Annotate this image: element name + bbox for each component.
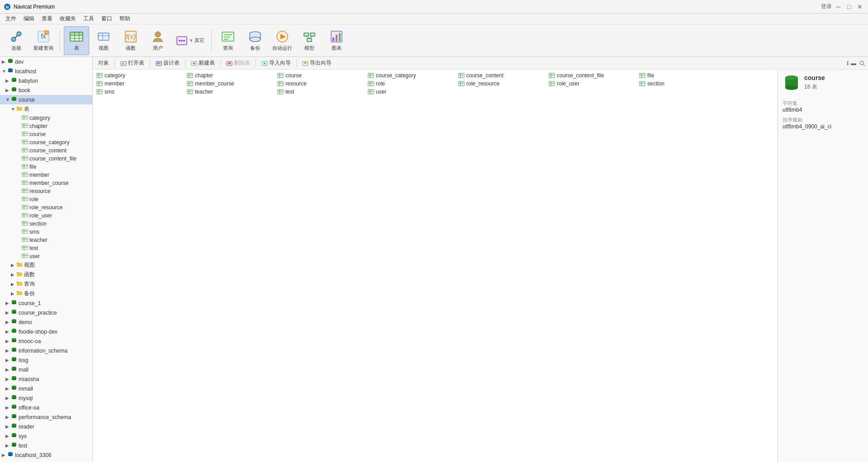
sidebar-item-backup-folder[interactable]: ▶ 备份 [0,289,92,298]
sidebar-item-perf-schema[interactable]: ▶ performance_schema [0,412,92,422]
table-entry-chapter[interactable]: chapter [185,71,275,80]
sidebar-table-member[interactable]: member [0,171,92,179]
sidebar-table-resource[interactable]: resource [0,187,92,195]
sidebar-item-lssg[interactable]: ▶ lssg [0,355,92,365]
toolbar-other[interactable]: ▼ 其它 [172,26,208,55]
sidebar-table-course-content[interactable]: course_content [0,146,92,155]
table-entry-role[interactable]: role [366,80,456,88]
sidebar-item-information-schema[interactable]: ▶ information_schema [0,346,92,355]
sidebar-item-mysql[interactable]: ▶ mysql [0,393,92,403]
sidebar-table-user[interactable]: user [0,252,92,260]
sidebar-table-teacher[interactable]: teacher [0,236,92,244]
toolbar-backup[interactable]: 备份 [242,26,268,55]
table-entry-section[interactable]: section [637,80,728,88]
table-entry-member[interactable]: member [95,80,185,88]
sidebar-item-sys[interactable]: ▶ sys [0,431,92,441]
sidebar-table-role-user[interactable]: role_user [0,212,92,220]
db-icon-perf-schema [11,413,17,421]
sidebar-table-section[interactable]: section [0,220,92,228]
sidebar-table-course-category[interactable]: course_category [0,138,92,146]
table-entry-teacher[interactable]: teacher [185,88,275,96]
title-bar: N Navicat Premium ─ □ ✕ [0,0,868,14]
sidebar-table-test[interactable]: test [0,244,92,252]
import-button[interactable]: 导入向导 [258,58,294,69]
menu-edit[interactable]: 编辑 [20,14,38,24]
table-entry-icon [277,89,284,95]
menu-favorites[interactable]: 收藏夹 [56,14,80,24]
table-entry-user[interactable]: user [366,88,456,96]
toolbar-connect[interactable]: 连接 [4,26,29,55]
toolbar-function[interactable]: f(x) 函数 [118,26,143,55]
export-button[interactable]: 导出向导 [299,58,335,69]
table-entry-role_user[interactable]: role_user [547,80,637,88]
sidebar-item-babytun[interactable]: ▶ babytun [0,76,92,85]
search-area: ℹ ▬ [847,60,866,66]
toolbar-model[interactable]: 模型 [297,26,322,55]
toolbar-chart[interactable]: 图表 [324,26,349,55]
sidebar-item-miaosha[interactable]: ▶ miaosha [0,374,92,384]
table-entry-file[interactable]: file [637,71,728,80]
table-entry-sms[interactable]: sms [95,88,185,96]
table-entry-course_content[interactable]: course_content [456,71,547,80]
sidebar-item-dev[interactable]: ▶ dev [0,57,92,66]
maximize-button[interactable]: □ [844,2,854,11]
sidebar-table-category[interactable]: category [0,114,92,122]
sidebar-item-table-folder[interactable]: ▼ 表 [0,104,92,114]
sidebar-table-role[interactable]: role [0,195,92,203]
close-button[interactable]: ✕ [855,2,864,11]
sidebar-table-role-resource[interactable]: role_resource [0,203,92,212]
menu-help[interactable]: 帮助 [116,14,134,24]
sidebar-item-demo[interactable]: ▶ demo [0,317,92,327]
sidebar-item-mmall[interactable]: ▶ mmall [0,384,92,393]
sidebar-item-book[interactable]: ▶ book [0,85,92,95]
sidebar-item-reader[interactable]: ▶ reader [0,422,92,431]
toolbar-autorun[interactable]: 自动运行 [270,26,295,55]
login-button[interactable]: 登录 [821,3,832,10]
sidebar-item-course1[interactable]: ▶ course_1 [0,298,92,308]
toolbar-query[interactable]: 查询 [215,26,241,55]
toolbar-table[interactable]: 表 [64,26,89,55]
sidebar-item-test[interactable]: ▶ test [0,441,92,450]
export-icon [302,60,308,66]
svg-point-148 [12,369,16,371]
sidebar-item-function-folder[interactable]: ▶ 函数 [0,270,92,279]
table-entry-course_category[interactable]: course_category [366,71,456,80]
delete-table-button[interactable]: 删除表 [223,58,254,69]
sidebar-item-localhost3306[interactable]: ▶ localhost_3306 [0,450,92,460]
sidebar-table-chapter[interactable]: chapter [0,122,92,130]
sidebar-table-course[interactable]: course [0,130,92,138]
toolbar-view[interactable]: 视图 [91,26,116,55]
table-entry-course_content_file[interactable]: course_content_file [547,71,637,80]
table-entry-course[interactable]: course [275,71,366,80]
minimize-button[interactable]: ─ [834,2,843,11]
sidebar-item-office-oa[interactable]: ▶ office-oa [0,403,92,412]
sidebar-item-query-folder[interactable]: ▶ 查询 [0,279,92,289]
table-entry-role_resource[interactable]: role_resource [456,80,547,88]
sidebar-item-mall[interactable]: ▶ mall [0,365,92,374]
menu-tools[interactable]: 工具 [80,14,98,24]
table-entry-test[interactable]: test [275,88,366,96]
toolbar-new-query[interactable]: fx + 新建查询 [31,26,56,55]
sidebar-item-course[interactable]: ▼ course [0,95,92,104]
sidebar-item-view-folder[interactable]: ▶ 视图 [0,260,92,270]
sidebar-table-file[interactable]: file [0,163,92,171]
sidebar-item-localhost[interactable]: ▼ localhost [0,66,92,76]
sidebar-table-course-content-file[interactable]: course_content_file [0,155,92,163]
toolbar-query-label: 查询 [223,45,233,52]
menu-view[interactable]: 查看 [38,14,56,24]
sidebar-item-imooc-oa[interactable]: ▶ imooc-oa [0,336,92,346]
sidebar-item-foodie[interactable]: ▶ foodie-shop-dev [0,327,92,336]
menu-file[interactable]: 文件 [2,14,20,24]
table-entry-category[interactable]: category [95,71,185,80]
model-icon [302,29,317,44]
sidebar-table-sms[interactable]: sms [0,228,92,236]
sidebar-table-member-course[interactable]: member_course [0,179,92,187]
design-table-button[interactable]: 设计表 [152,58,183,69]
sidebar-item-course-practice[interactable]: ▶ course_practice [0,308,92,317]
new-table-button[interactable]: 新建表 [187,58,218,69]
table-entry-member_course[interactable]: member_course [185,80,275,88]
menu-window[interactable]: 窗口 [98,14,116,24]
open-table-button[interactable]: 打开表 [117,58,148,69]
toolbar-user[interactable]: 用户 [145,26,171,55]
table-entry-resource[interactable]: resource [275,80,366,88]
